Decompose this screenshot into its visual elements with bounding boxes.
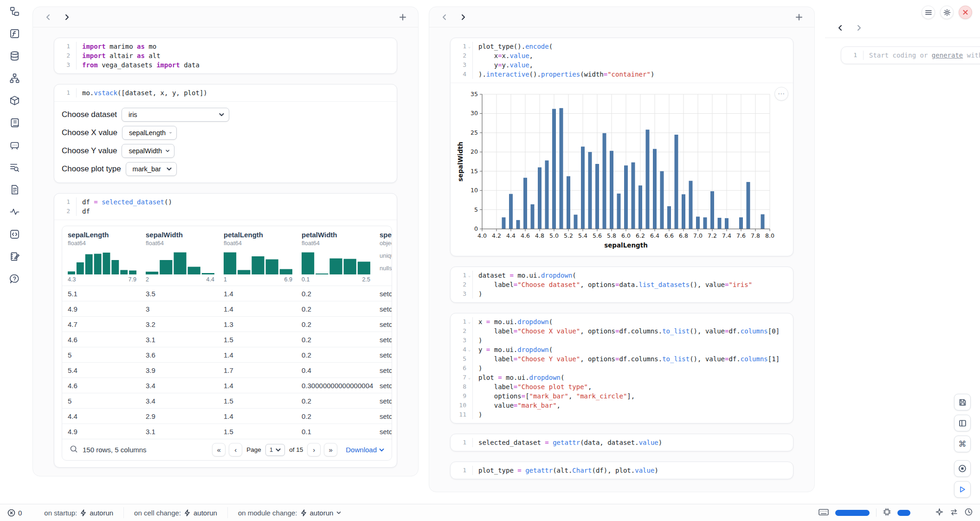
sparkle-icon[interactable] [935,508,943,517]
column-name[interactable]: species [380,231,392,239]
scroll-left-button[interactable] [834,22,846,34]
cpu-meter[interactable] [897,510,910,516]
search-icon[interactable] [70,445,78,455]
cell-selected-dataset[interactable]: 1selected_dataset = getattr(data, datase… [450,434,793,451]
table-row[interactable]: 4.63.41.40.30000000000000004setosa [62,378,392,393]
chart-menu-icon[interactable]: ⋯ [774,87,788,101]
dropdown-choose-x-value[interactable]: sepalLength [122,126,177,140]
code-line[interactable]: 1selected_dataset = getattr(data, datase… [451,438,793,447]
packages-icon[interactable] [6,92,22,108]
dependency-graph-icon[interactable] [6,70,22,86]
run-icon[interactable] [954,481,971,498]
keyboard-icon[interactable] [819,508,829,517]
help-icon[interactable] [6,271,22,287]
code-line[interactable]: 1plot_type = getattr(alt.Chart(df), plot… [451,466,793,475]
tracing-icon[interactable] [6,204,22,220]
layout-icon[interactable] [954,415,971,431]
snippets-icon[interactable] [6,182,22,197]
code-line[interactable]: 5 label="Choose Y value", options=df.col… [451,354,793,364]
prev-page-button[interactable]: ‹ [229,443,242,456]
add-cell-icon[interactable] [397,11,409,23]
code-line[interactable]: 2 label="Choose dataset", options=data.l… [451,280,793,289]
logs-icon[interactable] [6,159,22,175]
code-line[interactable]: 4).interactive().properties(width="conta… [451,70,793,79]
code-line[interactable]: 7⌄plot = mo.ui.dropdown( [451,373,793,382]
database-icon[interactable] [6,48,22,64]
dropdown-choose-plot-type[interactable]: mark_bar [126,162,177,176]
first-page-button[interactable]: « [212,443,226,456]
column-name[interactable]: petalWidth [302,231,369,239]
dropdown-choose-y-value[interactable]: sepalWidth [122,144,174,158]
table-row[interactable]: 53.41.50.2setosa [62,393,392,408]
runtime-config[interactable]: on cell change:autorun [123,507,227,518]
bar-chart[interactable]: 051015202530354.04.24.44.64.85.05.25.45.… [456,88,787,253]
page-select[interactable]: 1 [265,444,285,456]
gear-icon[interactable] [940,6,954,19]
last-page-button[interactable]: » [324,443,337,456]
cell-dataset-dropdown[interactable]: 1⌄dataset = mo.ui.dropdown(2 label="Choo… [450,267,793,303]
code-line[interactable]: 1import marimo as mo [54,42,397,51]
code-line[interactable]: 4⌄y = mo.ui.dropdown( [451,345,793,354]
table-row[interactable]: 5.43.91.70.4setosa [62,362,392,378]
cell-imports[interactable]: 1import marimo as mo2import altair as al… [54,38,397,74]
code-line[interactable]: 2import altair as alt [54,51,397,60]
table-row[interactable]: 4.63.11.50.2setosa [62,332,392,347]
dropdown-choose-dataset[interactable]: iris [122,108,229,122]
code-line[interactable]: 3 y=y.value, [451,60,793,70]
menu-icon[interactable] [922,6,935,19]
next-page-button[interactable]: › [307,443,321,456]
table-row[interactable]: 4.73.21.30.2setosa [62,316,392,332]
column-name[interactable]: sepalWidth [146,231,213,239]
code-line[interactable]: 1⌄x = mo.ui.dropdown( [451,317,793,326]
scroll-right-button[interactable] [853,22,865,34]
cell-vstack[interactable]: 1mo.vstack([dataset, x, y, plot]) Choose… [54,84,397,183]
code-line[interactable]: 2 label="Choose X value", options=df.col… [451,326,793,336]
code-line[interactable]: 1mo.vstack([dataset, x, y, plot]) [54,88,397,98]
code-line[interactable]: 3from vega_datasets import data [54,60,397,70]
cell-plot-type[interactable]: 1plot_type = getattr(alt.Chart(df), plot… [450,462,793,479]
code-line[interactable]: 6) [451,364,793,373]
code-placeholder[interactable]: Start coding or generate with AI [864,51,980,60]
code-line[interactable]: 3) [451,336,793,345]
code-line[interactable]: 8 label="Choose plot type", [451,382,793,391]
code-line[interactable]: 3) [451,289,793,299]
documentation-icon[interactable] [6,115,22,130]
save-icon[interactable] [954,394,971,410]
command-palette-icon[interactable]: ⌘ [954,436,971,452]
cell-dataframe[interactable]: 1df = selected_dataset()2df sepalLengthf… [54,193,397,468]
scroll-left-button[interactable] [438,11,451,23]
table-row[interactable]: 4.93.11.50.1setosa [62,423,392,439]
cell-xy-plot-dropdowns[interactable]: 1⌄x = mo.ui.dropdown(2 label="Choose X v… [450,313,793,423]
code-line[interactable]: 2 x=x.value, [451,51,793,60]
code-line[interactable]: 2df [54,207,397,216]
history-clock-icon[interactable] [965,508,973,517]
empty-cell[interactable]: 1 Start coding or generate with AI [841,46,980,64]
ai-chat-icon[interactable] [6,137,22,153]
close-panel-icon[interactable] [959,6,972,19]
scratchpad-icon[interactable] [6,248,22,264]
interrupt-icon[interactable] [954,460,971,477]
table-row[interactable]: 4.42.91.40.2setosa [62,408,392,423]
table-row[interactable]: 5.13.51.40.2setosa [62,286,392,301]
code-line[interactable]: 1⌄dataset = mo.ui.dropdown( [451,271,793,280]
download-button[interactable]: Download [346,446,384,454]
table-row[interactable]: 53.61.40.2setosa [62,347,392,362]
memory-meter[interactable] [835,510,870,516]
swap-icon[interactable] [950,508,958,517]
code-line[interactable]: 11) [451,410,793,419]
code-line[interactable]: 9 options=["mark_bar", "mark_circle"], [451,391,793,401]
runtime-config[interactable]: on module change:autorun [227,507,351,518]
scroll-right-button[interactable] [457,11,469,23]
file-tree-icon[interactable] [6,3,22,19]
code-line[interactable]: 1df = selected_dataset() [54,197,397,207]
column-name[interactable]: sepalLength [68,231,135,239]
column-name[interactable]: petalLength [224,231,291,239]
cpu-chip-icon[interactable] [883,508,891,517]
table-row[interactable]: 4.931.40.2setosa [62,301,392,316]
code-line[interactable]: 1⌄plot_type().encode( [451,42,793,51]
runtime-config[interactable]: on startup:autorun [34,507,123,518]
scroll-left-button[interactable] [42,11,54,23]
add-cell-icon[interactable] [793,11,805,23]
code-icon[interactable] [6,226,22,242]
cell-plot[interactable]: 1⌄plot_type().encode(2 x=x.value,3 y=y.v… [450,38,793,256]
